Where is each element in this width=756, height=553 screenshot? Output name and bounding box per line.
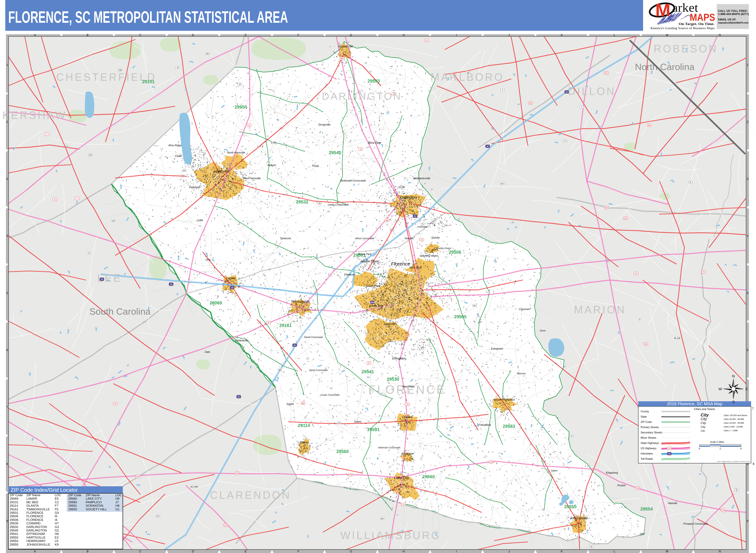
- svg-text:6: 6: [747, 348, 748, 352]
- svg-text:41: 41: [690, 181, 691, 183]
- svg-text:LEE: LEE: [97, 272, 122, 284]
- svg-text:Clyde: Clyde: [175, 155, 182, 157]
- svg-text:H7: H7: [55, 522, 59, 525]
- svg-text:Una: Una: [206, 258, 210, 261]
- svg-text:29593: 29593: [68, 507, 77, 511]
- svg-text:15-CONN: 15-CONN: [190, 486, 198, 488]
- svg-text:Florence: Florence: [391, 261, 410, 266]
- svg-text:Prospect Crossroads: Prospect Crossroads: [683, 522, 708, 525]
- svg-text:OLANTA: OLANTA: [26, 504, 39, 507]
- svg-text:Mckenzie Crossroads: Mckenzie Crossroads: [378, 446, 401, 449]
- svg-text:State: State: [640, 415, 647, 418]
- svg-text:29530: 29530: [387, 377, 399, 382]
- svg-text:W: W: [718, 387, 722, 391]
- svg-text:29554: 29554: [640, 506, 652, 511]
- svg-text:DILLON: DILLON: [568, 85, 616, 97]
- svg-text:City: City: [701, 421, 706, 425]
- svg-text:Syracuse: Syracuse: [280, 237, 291, 240]
- svg-text:A: A: [34, 33, 36, 37]
- svg-text:29583: 29583: [503, 424, 515, 429]
- svg-text:501: 501: [644, 343, 647, 345]
- svg-text:29506: 29506: [10, 518, 18, 522]
- svg-text:County: County: [640, 410, 649, 413]
- svg-text:378: 378: [636, 487, 639, 489]
- svg-text:Society Hill: Society Hill: [338, 45, 353, 48]
- svg-text:ZIP Code Index/Grid Locator: ZIP Code Index/Grid Locator: [11, 487, 78, 493]
- svg-text:Mars Bluff: Mars Bluff: [410, 266, 422, 269]
- svg-text:6: 6: [6, 348, 8, 352]
- svg-text:29583: 29583: [68, 500, 77, 504]
- svg-text:Johnsonville: Johnsonville: [570, 516, 588, 520]
- svg-text:C: C: [139, 33, 141, 37]
- svg-text:F7: F7: [55, 504, 58, 507]
- svg-text:M: M: [666, 33, 668, 37]
- svg-text:Claussen: Claussen: [519, 308, 530, 311]
- svg-text:123: 123: [668, 448, 671, 449]
- svg-text:E: E: [245, 33, 247, 37]
- svg-text:B: B: [86, 550, 88, 553]
- svg-text:WILLIAMSBURG: WILLIAMSBURG: [340, 530, 441, 541]
- svg-text:FLORENCE: FLORENCE: [368, 383, 446, 396]
- svg-text:KERSHAW: KERSHAW: [2, 109, 67, 121]
- svg-text:41: 41: [591, 546, 593, 548]
- svg-text:Scale in Miles: Scale in Miles: [710, 441, 724, 443]
- svg-text:SOCIETY HILL: SOCIETY HILL: [86, 507, 107, 511]
- svg-text:29591: 29591: [367, 427, 380, 432]
- svg-text:LAMAR: LAMAR: [26, 497, 37, 500]
- svg-text:Toll Roads: Toll Roads: [640, 458, 653, 460]
- svg-text:mapsales@MarketMAPS.com: mapsales@MarketMAPS.com: [718, 21, 748, 24]
- svg-text:B: B: [86, 33, 88, 37]
- svg-text:Peniel Crossroads: Peniel Crossroads: [304, 336, 323, 338]
- svg-text:Hyman: Hyman: [493, 398, 501, 401]
- svg-text:Dovesville: Dovesville: [319, 123, 331, 126]
- svg-text:JOHNSONVILLE: JOHNSONVILLE: [26, 543, 50, 546]
- svg-text:H6: H6: [55, 532, 59, 536]
- svg-text:29505: 29505: [454, 314, 466, 319]
- svg-text:151: 151: [183, 169, 186, 171]
- svg-text:301: 301: [605, 207, 608, 209]
- svg-text:4: 4: [747, 234, 748, 238]
- svg-text:CHESTERFIELD: CHESTERFIELD: [56, 71, 156, 83]
- svg-text:8: 8: [753, 462, 754, 466]
- svg-text:F5: F5: [55, 507, 58, 511]
- svg-text:401: 401: [341, 58, 344, 60]
- svg-text:State Highways: State Highways: [640, 442, 659, 445]
- svg-text:Minor Streets: Minor Streets: [640, 437, 656, 439]
- svg-text:Pamplico: Pamplico: [502, 398, 514, 401]
- svg-text:95: 95: [294, 344, 296, 346]
- svg-text:Palmetto: Palmetto: [405, 237, 414, 240]
- svg-text:Lydia: Lydia: [197, 219, 203, 222]
- svg-text:DARLINGTON: DARLINGTON: [322, 90, 402, 102]
- svg-text:0: 0: [699, 447, 700, 450]
- svg-text:Crestview: Crestview: [417, 226, 427, 228]
- svg-text:FLORENCE: FLORENCE: [26, 511, 43, 515]
- svg-text:917: 917: [501, 183, 504, 185]
- svg-text:DARLINGTON: DARLINGTON: [26, 525, 47, 529]
- svg-text:N: N: [719, 550, 721, 553]
- svg-text:102: 102: [206, 53, 209, 55]
- svg-text:EFFINGHAM: EFFINGHAM: [26, 532, 45, 536]
- svg-text:MARION: MARION: [574, 304, 626, 316]
- svg-text:23: 23: [239, 83, 241, 85]
- svg-text:29114: 29114: [298, 423, 310, 428]
- svg-text:1: 1: [47, 133, 48, 135]
- svg-text:29540: 29540: [329, 150, 341, 155]
- svg-text:E5: E5: [55, 497, 59, 500]
- svg-text:I: I: [456, 33, 457, 37]
- svg-text:Secondary Streets: Secondary Streets: [640, 431, 662, 434]
- svg-text:LAKE CITY: LAKE CITY: [86, 497, 102, 500]
- svg-text:29593: 29593: [367, 79, 380, 83]
- svg-text:North Hartsville: North Hartsville: [227, 151, 245, 154]
- svg-text:Floyd: Floyd: [312, 164, 319, 167]
- svg-text:29161: 29161: [10, 507, 18, 511]
- svg-text:Kingsburg: Kingsburg: [606, 471, 618, 474]
- svg-text:SCRANTON: SCRANTON: [86, 504, 103, 507]
- svg-text:76: 76: [268, 322, 270, 323]
- svg-text:29: 29: [177, 66, 179, 68]
- svg-text:5: 5: [747, 292, 748, 295]
- svg-text:TIMMONSVILLE: TIMMONSVILLE: [26, 507, 50, 511]
- svg-text:8: 8: [6, 462, 8, 466]
- svg-text:Olanta: Olanta: [300, 441, 308, 444]
- svg-text:29540: 29540: [10, 529, 18, 532]
- svg-text:76: 76: [703, 271, 705, 273]
